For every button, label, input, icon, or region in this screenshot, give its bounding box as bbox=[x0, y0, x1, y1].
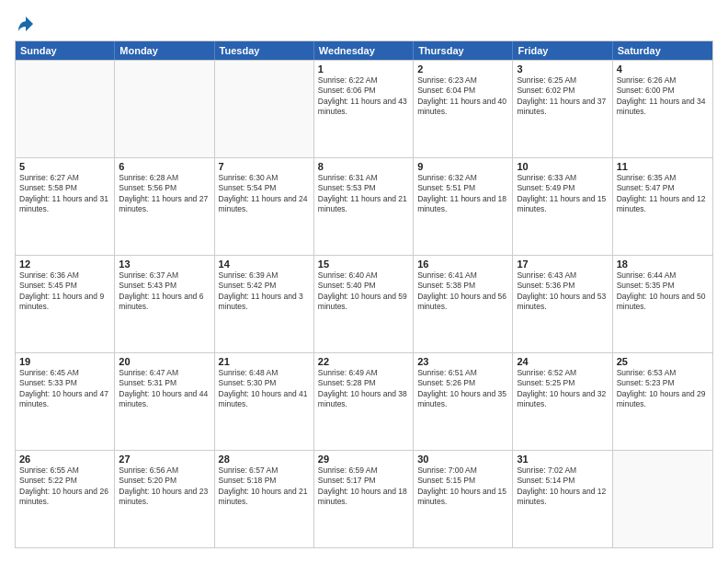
day-number: 28 bbox=[219, 454, 310, 465]
calendar-cell-r4c5: 31Sunrise: 7:02 AM Sunset: 5:14 PM Dayli… bbox=[513, 451, 612, 547]
day-number: 7 bbox=[219, 161, 310, 172]
day-info: Sunrise: 6:23 AM Sunset: 6:04 PM Dayligh… bbox=[417, 75, 508, 118]
day-number: 1 bbox=[318, 63, 409, 75]
day-number: 17 bbox=[517, 259, 608, 270]
day-info: Sunrise: 7:02 AM Sunset: 5:14 PM Dayligh… bbox=[517, 465, 608, 508]
day-number: 24 bbox=[517, 356, 608, 367]
calendar-cell-r4c0: 26Sunrise: 6:55 AM Sunset: 5:22 PM Dayli… bbox=[16, 451, 115, 547]
calendar-row-0: 1Sunrise: 6:22 AM Sunset: 6:06 PM Daylig… bbox=[16, 60, 712, 157]
day-info: Sunrise: 6:53 AM Sunset: 5:23 PM Dayligh… bbox=[617, 368, 709, 410]
day-number: 22 bbox=[318, 356, 409, 367]
day-info: Sunrise: 6:35 AM Sunset: 5:47 PM Dayligh… bbox=[617, 173, 709, 215]
day-number: 4 bbox=[617, 63, 709, 75]
calendar-row-2: 12Sunrise: 6:36 AM Sunset: 5:45 PM Dayli… bbox=[16, 255, 712, 352]
day-info: Sunrise: 6:22 AM Sunset: 6:06 PM Dayligh… bbox=[318, 75, 409, 118]
calendar-cell-r2c6: 18Sunrise: 6:44 AM Sunset: 5:35 PM Dayli… bbox=[613, 256, 712, 352]
day-info: Sunrise: 6:25 AM Sunset: 6:02 PM Dayligh… bbox=[517, 75, 608, 118]
day-number: 23 bbox=[417, 356, 508, 367]
calendar-cell-r1c6: 11Sunrise: 6:35 AM Sunset: 5:47 PM Dayli… bbox=[613, 158, 712, 255]
day-info: Sunrise: 6:39 AM Sunset: 5:42 PM Dayligh… bbox=[219, 270, 310, 313]
calendar-header: SundayMondayTuesdayWednesdayThursdayFrid… bbox=[16, 41, 712, 60]
weekday-header-sunday: Sunday bbox=[16, 41, 115, 60]
day-info: Sunrise: 6:41 AM Sunset: 5:38 PM Dayligh… bbox=[417, 270, 508, 313]
weekday-header-thursday: Thursday bbox=[414, 41, 513, 60]
calendar-body: 1Sunrise: 6:22 AM Sunset: 6:06 PM Daylig… bbox=[16, 60, 712, 547]
day-number: 25 bbox=[617, 356, 709, 367]
day-info: Sunrise: 6:55 AM Sunset: 5:22 PM Dayligh… bbox=[19, 465, 110, 508]
calendar-cell-r3c2: 21Sunrise: 6:48 AM Sunset: 5:30 PM Dayli… bbox=[215, 353, 314, 450]
calendar-cell-r2c4: 16Sunrise: 6:41 AM Sunset: 5:38 PM Dayli… bbox=[414, 256, 513, 352]
header bbox=[15, 15, 713, 33]
calendar-cell-r0c4: 2Sunrise: 6:23 AM Sunset: 6:04 PM Daylig… bbox=[414, 61, 513, 157]
calendar-cell-r3c1: 20Sunrise: 6:47 AM Sunset: 5:31 PM Dayli… bbox=[115, 353, 214, 450]
day-number: 18 bbox=[617, 259, 709, 270]
day-info: Sunrise: 6:47 AM Sunset: 5:31 PM Dayligh… bbox=[119, 368, 210, 410]
calendar-cell-r4c6 bbox=[613, 451, 712, 547]
day-number: 13 bbox=[119, 259, 210, 270]
day-number: 19 bbox=[19, 356, 110, 367]
day-number: 15 bbox=[318, 259, 409, 270]
weekday-header-wednesday: Wednesday bbox=[314, 41, 414, 60]
calendar-cell-r2c3: 15Sunrise: 6:40 AM Sunset: 5:40 PM Dayli… bbox=[314, 256, 414, 352]
day-number: 14 bbox=[219, 259, 310, 270]
day-info: Sunrise: 6:31 AM Sunset: 5:53 PM Dayligh… bbox=[318, 173, 409, 215]
day-number: 21 bbox=[219, 356, 310, 367]
logo-icon bbox=[17, 15, 35, 33]
day-info: Sunrise: 6:40 AM Sunset: 5:40 PM Dayligh… bbox=[318, 270, 409, 313]
day-info: Sunrise: 6:52 AM Sunset: 5:25 PM Dayligh… bbox=[517, 368, 608, 410]
calendar-cell-r3c4: 23Sunrise: 6:51 AM Sunset: 5:26 PM Dayli… bbox=[414, 353, 513, 450]
calendar-cell-r1c2: 7Sunrise: 6:30 AM Sunset: 5:54 PM Daylig… bbox=[215, 158, 314, 255]
calendar-cell-r3c6: 25Sunrise: 6:53 AM Sunset: 5:23 PM Dayli… bbox=[613, 353, 712, 450]
day-number: 16 bbox=[417, 259, 508, 270]
calendar-cell-r3c3: 22Sunrise: 6:49 AM Sunset: 5:28 PM Dayli… bbox=[314, 353, 414, 450]
calendar-cell-r2c1: 13Sunrise: 6:37 AM Sunset: 5:43 PM Dayli… bbox=[115, 256, 214, 352]
day-number: 2 bbox=[417, 63, 508, 75]
day-info: Sunrise: 6:30 AM Sunset: 5:54 PM Dayligh… bbox=[219, 173, 310, 215]
day-number: 3 bbox=[517, 63, 608, 75]
calendar-cell-r2c0: 12Sunrise: 6:36 AM Sunset: 5:45 PM Dayli… bbox=[16, 256, 115, 352]
calendar-row-4: 26Sunrise: 6:55 AM Sunset: 5:22 PM Dayli… bbox=[16, 450, 712, 547]
day-number: 31 bbox=[517, 454, 608, 465]
day-info: Sunrise: 7:00 AM Sunset: 5:15 PM Dayligh… bbox=[417, 465, 508, 508]
day-info: Sunrise: 6:57 AM Sunset: 5:18 PM Dayligh… bbox=[219, 465, 310, 508]
day-number: 30 bbox=[417, 454, 508, 465]
day-number: 26 bbox=[19, 454, 110, 465]
calendar: SundayMondayTuesdayWednesdayThursdayFrid… bbox=[15, 40, 713, 548]
calendar-cell-r0c6: 4Sunrise: 6:26 AM Sunset: 6:00 PM Daylig… bbox=[613, 61, 712, 157]
calendar-cell-r0c1 bbox=[115, 61, 214, 157]
day-number: 6 bbox=[119, 161, 210, 172]
day-number: 10 bbox=[517, 161, 608, 172]
calendar-cell-r4c3: 29Sunrise: 6:59 AM Sunset: 5:17 PM Dayli… bbox=[314, 451, 414, 547]
day-number: 12 bbox=[19, 259, 110, 270]
calendar-cell-r4c4: 30Sunrise: 7:00 AM Sunset: 5:15 PM Dayli… bbox=[414, 451, 513, 547]
calendar-cell-r0c5: 3Sunrise: 6:25 AM Sunset: 6:02 PM Daylig… bbox=[513, 61, 612, 157]
day-info: Sunrise: 6:33 AM Sunset: 5:49 PM Dayligh… bbox=[517, 173, 608, 215]
day-info: Sunrise: 6:28 AM Sunset: 5:56 PM Dayligh… bbox=[119, 173, 210, 215]
day-info: Sunrise: 6:59 AM Sunset: 5:17 PM Dayligh… bbox=[318, 465, 409, 508]
weekday-header-friday: Friday bbox=[513, 41, 612, 60]
day-info: Sunrise: 6:44 AM Sunset: 5:35 PM Dayligh… bbox=[617, 270, 709, 313]
day-info: Sunrise: 6:36 AM Sunset: 5:45 PM Dayligh… bbox=[19, 270, 110, 313]
calendar-cell-r2c5: 17Sunrise: 6:43 AM Sunset: 5:36 PM Dayli… bbox=[513, 256, 612, 352]
weekday-header-saturday: Saturday bbox=[613, 41, 712, 60]
day-number: 9 bbox=[417, 161, 508, 172]
day-info: Sunrise: 6:27 AM Sunset: 5:58 PM Dayligh… bbox=[19, 173, 110, 215]
calendar-row-3: 19Sunrise: 6:45 AM Sunset: 5:33 PM Dayli… bbox=[16, 352, 712, 450]
calendar-cell-r4c1: 27Sunrise: 6:56 AM Sunset: 5:20 PM Dayli… bbox=[115, 451, 214, 547]
day-info: Sunrise: 6:49 AM Sunset: 5:28 PM Dayligh… bbox=[318, 368, 409, 410]
weekday-header-tuesday: Tuesday bbox=[215, 41, 314, 60]
day-number: 8 bbox=[318, 161, 409, 172]
day-info: Sunrise: 6:43 AM Sunset: 5:36 PM Dayligh… bbox=[517, 270, 608, 313]
day-number: 11 bbox=[617, 161, 709, 172]
day-number: 27 bbox=[119, 454, 210, 465]
calendar-row-1: 5Sunrise: 6:27 AM Sunset: 5:58 PM Daylig… bbox=[16, 157, 712, 255]
page: SundayMondayTuesdayWednesdayThursdayFrid… bbox=[0, 0, 728, 563]
calendar-cell-r0c3: 1Sunrise: 6:22 AM Sunset: 6:06 PM Daylig… bbox=[314, 61, 414, 157]
day-info: Sunrise: 6:37 AM Sunset: 5:43 PM Dayligh… bbox=[119, 270, 210, 313]
day-number: 20 bbox=[119, 356, 210, 367]
calendar-cell-r1c5: 10Sunrise: 6:33 AM Sunset: 5:49 PM Dayli… bbox=[513, 158, 612, 255]
calendar-cell-r3c5: 24Sunrise: 6:52 AM Sunset: 5:25 PM Dayli… bbox=[513, 353, 612, 450]
calendar-cell-r0c2 bbox=[215, 61, 314, 157]
day-info: Sunrise: 6:48 AM Sunset: 5:30 PM Dayligh… bbox=[219, 368, 310, 410]
calendar-cell-r4c2: 28Sunrise: 6:57 AM Sunset: 5:18 PM Dayli… bbox=[215, 451, 314, 547]
